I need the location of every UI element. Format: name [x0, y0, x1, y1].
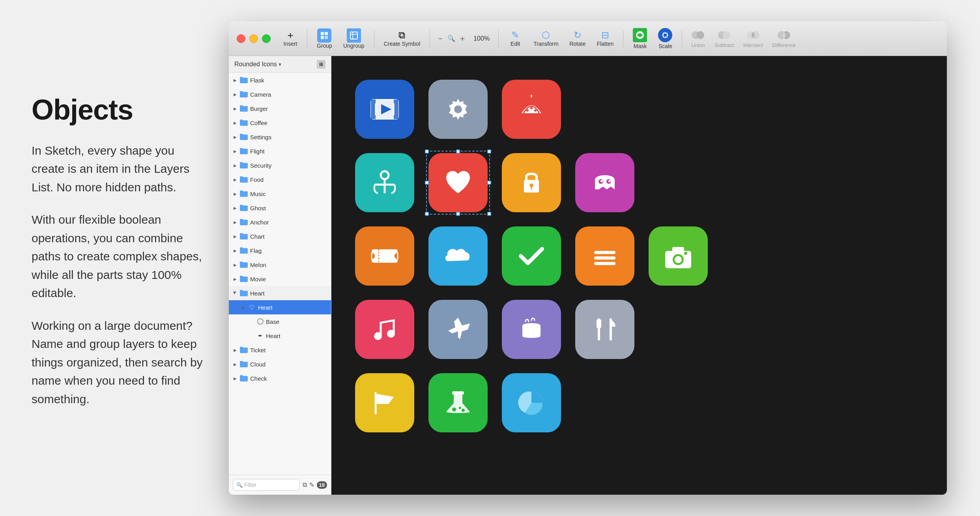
- app-icon-melon[interactable]: [502, 80, 561, 139]
- zoom-in-button[interactable]: ＋: [457, 33, 468, 44]
- app-icon-settings[interactable]: [428, 80, 488, 139]
- layer-item-camera[interactable]: ▶ Camera: [229, 87, 331, 101]
- toggle-check[interactable]: ▶: [232, 375, 238, 381]
- rotate-button[interactable]: ↻ Rotate: [565, 28, 590, 49]
- handle-tc[interactable]: [456, 150, 460, 153]
- handle-bl[interactable]: [425, 212, 429, 216]
- minimize-button[interactable]: [249, 34, 258, 43]
- layer-item-base[interactable]: ▶ Base: [229, 314, 331, 329]
- layer-item-flag[interactable]: ▶ Flag: [229, 243, 331, 258]
- difference-button[interactable]: Difference: [769, 27, 800, 50]
- layer-item-chart[interactable]: ▶ Chart: [229, 229, 331, 243]
- layer-item-heart-symbol[interactable]: ▶ ♡ Heart: [229, 300, 331, 314]
- create-symbol-button[interactable]: ⧉ Create Symbol: [379, 28, 425, 49]
- ungroup-button[interactable]: Ungroup: [339, 26, 369, 51]
- pages-icon[interactable]: ⧉: [303, 481, 307, 488]
- layer-item-ticket[interactable]: ▶ Ticket: [229, 343, 331, 357]
- layer-item-flask[interactable]: ▶ Flask: [229, 73, 331, 87]
- layer-item-movie[interactable]: ▶ Movie: [229, 272, 331, 286]
- handle-tr[interactable]: [487, 150, 491, 153]
- close-button[interactable]: [237, 34, 245, 43]
- maximize-button[interactable]: [262, 34, 271, 43]
- layer-item-settings[interactable]: ▶ Settings: [229, 130, 331, 144]
- toggle-settings[interactable]: ▶: [232, 134, 238, 140]
- intersect-button[interactable]: Intersect: [739, 27, 767, 50]
- layer-item-music[interactable]: ▶ Music: [229, 187, 331, 201]
- toggle-anchor[interactable]: ▶: [232, 219, 238, 225]
- toggle-ghost[interactable]: ▶: [232, 205, 238, 211]
- app-icon-check[interactable]: [502, 226, 561, 286]
- pencil-icon[interactable]: ✎: [309, 481, 314, 489]
- folder-icon-settings: [240, 134, 248, 140]
- toggle-burger[interactable]: ▶: [232, 105, 238, 112]
- app-icon-movie[interactable]: [355, 80, 414, 139]
- layer-item-cloud[interactable]: ▶ Cloud: [229, 357, 331, 371]
- flatten-button[interactable]: ⊟ Flatten: [592, 28, 619, 49]
- layer-item-heart-path[interactable]: ▶ ✒ Heart: [229, 329, 331, 343]
- app-icon-music[interactable]: [355, 300, 414, 359]
- toggle-flight[interactable]: ▶: [232, 148, 238, 154]
- handle-mr[interactable]: [487, 181, 491, 185]
- toggle-food[interactable]: ▶: [232, 176, 238, 183]
- handle-ml[interactable]: [425, 181, 429, 185]
- transform-button[interactable]: ⬡ Transform: [529, 28, 563, 49]
- toggle-heart-symbol[interactable]: ▶: [240, 304, 246, 310]
- folder-icon-music: [240, 191, 248, 197]
- app-icon-cloud[interactable]: [428, 226, 488, 286]
- app-icon-anchor[interactable]: [355, 153, 414, 212]
- zoom-out-button[interactable]: －: [435, 33, 446, 44]
- toggle-camera[interactable]: ▶: [232, 91, 238, 97]
- app-icon-ticket[interactable]: [355, 226, 414, 286]
- mask-button[interactable]: Mask: [628, 26, 652, 51]
- app-icon-ghost[interactable]: [575, 153, 634, 212]
- scale-button[interactable]: Scale: [653, 26, 677, 51]
- layer-item-anchor[interactable]: ▶ Anchor: [229, 215, 331, 229]
- toggle-flag[interactable]: ▶: [232, 247, 238, 254]
- toggle-flask[interactable]: ▶: [232, 77, 238, 83]
- layer-item-security[interactable]: ▶ Security: [229, 158, 331, 172]
- toggle-heart[interactable]: ▶: [232, 290, 238, 296]
- app-icon-burger[interactable]: [575, 226, 634, 286]
- sidebar: Rounded Icons ▾ ⊞ ▶ Flask ▶: [229, 56, 331, 495]
- toggle-security[interactable]: ▶: [232, 162, 238, 168]
- app-icon-camera[interactable]: [649, 226, 708, 286]
- toggle-music[interactable]: ▶: [232, 191, 238, 197]
- subtract-button[interactable]: Subtract: [711, 27, 737, 50]
- union-button[interactable]: Union: [687, 27, 709, 50]
- layer-item-melon[interactable]: ▶ Melon: [229, 258, 331, 272]
- app-icon-flask[interactable]: [428, 373, 488, 432]
- app-icon-coffee[interactable]: [502, 300, 561, 359]
- layer-count-badge: 19: [317, 481, 327, 489]
- layer-item-burger[interactable]: ▶ Burger: [229, 101, 331, 116]
- toggle-ticket[interactable]: ▶: [232, 347, 238, 353]
- rotate-icon: ↻: [574, 30, 582, 40]
- toggle-movie[interactable]: ▶: [232, 276, 238, 282]
- handle-br[interactable]: [487, 212, 491, 216]
- app-icon-security[interactable]: [502, 153, 561, 212]
- layer-item-ghost[interactable]: ▶ Ghost: [229, 201, 331, 215]
- toggle-chart[interactable]: ▶: [232, 233, 238, 239]
- app-icon-flight[interactable]: [428, 300, 488, 359]
- layer-item-food[interactable]: ▶ Food: [229, 172, 331, 187]
- layer-item-flight[interactable]: ▶ Flight: [229, 144, 331, 158]
- group-button[interactable]: Group: [312, 26, 337, 51]
- layer-item-check[interactable]: ▶ Check: [229, 371, 331, 385]
- toggle-melon[interactable]: ▶: [232, 262, 238, 268]
- handle-bc[interactable]: [456, 212, 460, 216]
- layer-item-heart-folder[interactable]: ▶ Heart: [229, 286, 331, 300]
- toggle-cloud[interactable]: ▶: [232, 361, 238, 367]
- filter-input[interactable]: 🔍 Filter: [233, 479, 299, 491]
- handle-tl[interactable]: [425, 150, 429, 153]
- app-icon-food[interactable]: [575, 300, 634, 359]
- svg-point-62: [459, 407, 461, 409]
- sidebar-layout-icon[interactable]: ⊞: [317, 60, 325, 69]
- edit-button[interactable]: ✎ Edit: [503, 28, 527, 49]
- app-icon-flag[interactable]: [355, 373, 414, 432]
- app-icon-heart[interactable]: [428, 153, 488, 212]
- insert-button[interactable]: ＋ Insert: [279, 28, 302, 49]
- toggle-coffee[interactable]: ▶: [232, 120, 238, 126]
- zoom-control: － 🔍 ＋: [435, 33, 468, 44]
- content-area: Objects In Sketch, every shape you creat…: [0, 0, 980, 516]
- layer-item-coffee[interactable]: ▶ Coffee: [229, 116, 331, 130]
- app-icon-chart[interactable]: [502, 373, 561, 432]
